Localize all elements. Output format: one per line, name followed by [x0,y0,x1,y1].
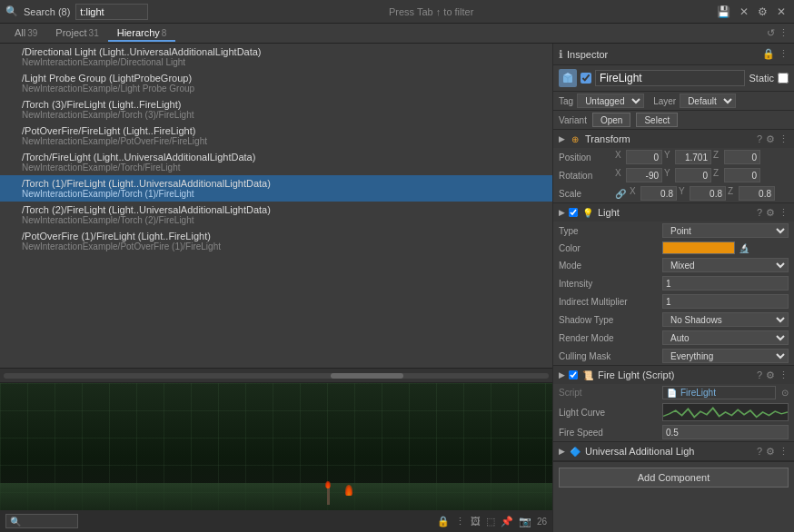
scene-flame2 [325,481,331,488]
list-item[interactable]: /Torch/FireLight (Light..UniversalAdditi… [0,149,552,175]
fire-light-settings-icon[interactable]: ⚙ [766,369,775,381]
render-dropdown[interactable]: Auto [662,330,789,345]
ual-header[interactable]: ▶ 🔷 Universal Additional Ligh ? ⚙ ⋮ [553,442,794,460]
inspector-lock-icon[interactable]: 🔒 [762,48,775,60]
fire-light-header[interactable]: ▶ 📜 Fire Light (Script) ? ⚙ ⋮ [553,366,794,384]
fire-light-enabled-checkbox[interactable] [569,370,578,379]
position-xyz: X Y Z [615,150,789,164]
ual-settings-icon[interactable]: ⚙ [766,446,775,458]
shadow-row: Shadow Type No Shadows [553,310,794,329]
tag-dropdown[interactable]: Untagged [577,94,644,108]
list-item-sub: NewInteractionExample/PotOverFire (1)/Fi… [22,241,545,251]
save-search-button[interactable]: 💾 [714,5,733,19]
transform-header[interactable]: ▶ ⊕ Transform ? ⚙ ⋮ [553,130,794,148]
tab-all[interactable]: All39 [5,25,46,42]
list-item[interactable]: /PotOverFire/FireLight (Light..FireLight… [0,123,552,149]
list-item-main: /PotOverFire (1)/FireLight (Light..FireL… [22,231,545,241]
light-header[interactable]: ▶ 💡 Light ? ⚙ ⋮ [553,203,794,222]
light-settings-icon[interactable]: ⚙ [766,207,775,219]
list-item-sub: NewInteractionExample/Torch (1)/FireLigh… [22,189,545,199]
pin-icon[interactable]: 📌 [501,516,513,527]
inspector-more-icon[interactable]: ⋮ [779,48,789,60]
list-item-main: /Light Probe Group (LightProbeGroup) [22,73,545,84]
tab-hierarchy[interactable]: Hierarchy8 [108,25,176,42]
list-item[interactable]: /Torch (2)/FireLight (Light..UniversalAd… [0,202,552,228]
go-active-checkbox[interactable] [581,73,591,84]
scene-more-icon[interactable]: ⋮ [455,516,465,527]
open-button[interactable]: Open [592,113,630,127]
go-header: Static [553,65,794,92]
light-more-icon[interactable]: ⋮ [779,207,789,219]
list-item-sub: NewInteractionExample/Directional Light [22,57,545,67]
culling-dropdown[interactable]: Everything [662,349,789,363]
ual-more-icon[interactable]: ⋮ [779,446,789,458]
more-options-button[interactable]: ⚙ [755,5,770,19]
rot-z-input[interactable] [724,168,760,182]
fire-light-help-icon[interactable]: ? [757,369,762,381]
fire-speed-input[interactable] [662,425,789,439]
color-swatch[interactable] [662,241,735,254]
scale-z-input[interactable] [739,186,775,201]
list-item[interactable]: /Light Probe Group (LightProbeGroup) New… [0,70,552,96]
intensity-input[interactable] [662,276,789,291]
add-component-bar: Add Component [553,461,794,493]
shadow-dropdown[interactable]: No Shadows [662,312,789,327]
script-picker-icon[interactable]: ⊙ [781,388,789,398]
transform-more-icon[interactable]: ⋮ [779,133,789,145]
list-item[interactable]: /Torch (1)/FireLight (Light..UniversalAd… [0,175,552,202]
camera-icon[interactable]: 📷 [519,516,531,527]
layer-dropdown[interactable]: Default [680,94,736,108]
close-search-button[interactable]: ✕ [774,5,789,19]
list-item[interactable]: /Torch (3)/FireLight (Light..FireLight) … [0,96,552,123]
image-icon[interactable]: 🖼 [471,516,481,527]
transform-section: ▶ ⊕ Transform ? ⚙ ⋮ Position X Y Z [553,130,794,203]
fire-light-header-icons: ? ⚙ ⋮ [757,369,789,381]
clear-search-button[interactable]: ✕ [737,5,751,19]
scrollbar-track[interactable] [4,373,549,379]
indirect-input[interactable] [662,294,789,309]
type-dropdown[interactable]: Point [662,223,789,238]
pos-y-input[interactable] [675,150,711,164]
tab-project[interactable]: Project31 [46,25,107,42]
light-curve-container[interactable] [662,403,789,421]
select-button[interactable]: Select [636,113,678,127]
list-item[interactable]: /Directional Light (Light..UniversalAddi… [0,44,552,70]
scale-x-input[interactable] [640,186,677,201]
script-ref[interactable]: 📄 FireLight [662,386,776,399]
intensity-row: Intensity [553,274,794,292]
mode-dropdown[interactable]: Mixed [662,258,789,272]
refresh-icon[interactable]: ↺ [767,27,775,39]
light-help-icon[interactable]: ? [757,207,762,219]
rot-y-input[interactable] [675,168,711,182]
scrollbar-thumb[interactable] [331,373,403,379]
light-enabled-checkbox[interactable] [569,208,578,217]
layers-icon[interactable]: ⬚ [486,516,495,527]
position-row: Position X Y Z [553,148,794,166]
search-input[interactable] [75,4,148,20]
scale-y-input[interactable] [690,186,726,201]
list-item[interactable]: /PotOverFire (1)/FireLight (Light..FireL… [0,228,552,254]
pos-z-input[interactable] [724,150,760,164]
rot-x-input[interactable] [626,168,662,182]
culling-label: Culling Mask [559,351,659,361]
transform-help-icon[interactable]: ? [757,133,762,145]
render-label: Render Mode [559,333,659,343]
pos-x-input[interactable] [626,150,662,164]
rotation-row: Rotation X Y Z [553,166,794,184]
lock-icon[interactable]: 🔒 [437,516,450,527]
ual-section: ▶ 🔷 Universal Additional Ligh ? ⚙ ⋮ [553,442,794,461]
go-name-input[interactable] [595,70,745,86]
eyedropper-icon[interactable]: 🔬 [739,243,749,253]
ual-help-icon[interactable]: ? [757,446,762,458]
hierarchy-list[interactable]: /Directional Light (Light..UniversalAddi… [0,44,552,368]
transform-settings-icon[interactable]: ⚙ [766,133,775,145]
go-static-checkbox[interactable] [778,73,789,84]
tab-more-icon[interactable]: ⋮ [779,27,789,39]
scale-link-icon[interactable]: 🔗 [615,189,626,199]
fire-light-more-icon[interactable]: ⋮ [779,369,789,381]
left-panel: /Directional Light (Light..UniversalAddi… [0,44,552,532]
scene-search-input[interactable] [5,514,78,528]
add-component-button[interactable]: Add Component [559,468,789,488]
scrollbar-area[interactable] [0,368,552,382]
transform-arrow-icon: ▶ [559,134,565,143]
